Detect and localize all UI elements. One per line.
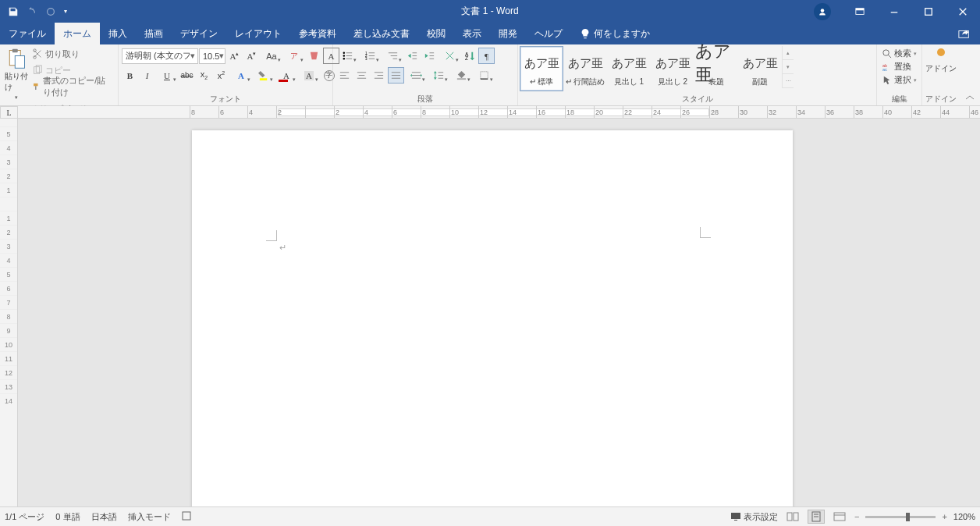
- justify-icon[interactable]: [388, 67, 404, 84]
- select-button[interactable]: 選択▾: [882, 74, 917, 86]
- styles-up-icon[interactable]: ▴: [783, 46, 794, 60]
- tab-developer[interactable]: 開発: [490, 23, 526, 44]
- status-language[interactable]: 日本語: [91, 511, 117, 523]
- redo-icon[interactable]: [42, 3, 59, 20]
- ribbon-display-icon[interactable]: [843, 0, 877, 23]
- format-painter-button[interactable]: 書式のコピー/貼り付け: [30, 79, 115, 94]
- svg-rect-65: [183, 512, 190, 520]
- account-icon: [814, 3, 831, 20]
- svg-rect-14: [259, 78, 266, 80]
- bullets-icon[interactable]: [336, 48, 358, 64]
- font-name-combo[interactable]: 游明朝 (本文のフォン▾: [122, 48, 198, 64]
- group-addins: アドイン アドイン: [922, 44, 960, 105]
- display-settings[interactable]: 表示設定: [730, 511, 778, 523]
- highlight-icon[interactable]: [253, 67, 275, 84]
- style-副題[interactable]: あア亜副題: [738, 46, 782, 91]
- undo-icon[interactable]: [23, 3, 41, 20]
- tab-help[interactable]: ヘルプ: [526, 23, 571, 44]
- status-page[interactable]: 1/1 ページ: [5, 511, 44, 523]
- page[interactable]: ↵: [192, 130, 793, 506]
- tab-references[interactable]: 参考資料: [290, 23, 345, 44]
- horizontal-ruler[interactable]: 8642246810121416182022242628303234363840…: [18, 106, 980, 119]
- distributed-icon[interactable]: [405, 67, 427, 84]
- asian-layout-icon[interactable]: [439, 48, 460, 64]
- status-mode[interactable]: 挿入モード: [128, 511, 171, 523]
- zoom-in-icon[interactable]: +: [942, 512, 946, 521]
- svg-rect-73: [834, 513, 845, 521]
- styles-scroll: ▴ ▾ ⋯: [782, 46, 794, 88]
- line-spacing-icon[interactable]: [428, 67, 449, 84]
- web-layout-icon[interactable]: [831, 510, 848, 524]
- numbering-icon[interactable]: 123: [359, 48, 381, 64]
- style-見出し 2[interactable]: あア亜見出し 2: [651, 46, 694, 91]
- increase-indent-icon[interactable]: [421, 48, 438, 64]
- align-center-icon[interactable]: [353, 67, 370, 84]
- zoom-slider[interactable]: [865, 516, 936, 518]
- strikethrough-icon[interactable]: abc: [179, 67, 195, 84]
- show-marks-icon[interactable]: ¶: [478, 48, 495, 64]
- tab-review[interactable]: 校閲: [418, 23, 454, 44]
- style-表題[interactable]: あア亜表題: [694, 46, 738, 91]
- tab-design[interactable]: デザイン: [172, 23, 226, 44]
- decrease-indent-icon[interactable]: [404, 48, 421, 64]
- tab-home[interactable]: ホーム: [55, 23, 100, 44]
- phonetic-guide-icon[interactable]: ア: [283, 48, 305, 64]
- print-layout-icon[interactable]: [808, 510, 825, 524]
- style-標準[interactable]: あア亜↵ 標準: [520, 46, 563, 91]
- borders-icon[interactable]: [473, 67, 495, 84]
- minimize-icon[interactable]: [877, 0, 911, 23]
- account-button[interactable]: [808, 0, 843, 23]
- align-left-icon[interactable]: [336, 67, 353, 84]
- styles-down-icon[interactable]: ▾: [783, 60, 794, 74]
- zoom-level[interactable]: 120%: [953, 512, 975, 521]
- sort-icon[interactable]: AZ: [461, 48, 478, 64]
- text-effects-icon[interactable]: A: [230, 67, 252, 84]
- italic-icon[interactable]: I: [139, 67, 155, 84]
- share-icon[interactable]: [949, 23, 980, 44]
- style-行間詰め[interactable]: あア亜↵ 行間詰め: [563, 46, 607, 91]
- change-case-icon[interactable]: Aa: [261, 48, 282, 64]
- clear-formatting-icon[interactable]: [306, 48, 322, 64]
- font-color-icon[interactable]: A: [275, 67, 297, 84]
- shading-icon[interactable]: [450, 67, 472, 84]
- align-right-icon[interactable]: [371, 67, 387, 84]
- maximize-icon[interactable]: [911, 0, 946, 23]
- shrink-font-icon[interactable]: A▾: [243, 48, 260, 64]
- collapse-ribbon-icon[interactable]: [960, 44, 980, 105]
- document-area: ↵: [18, 119, 980, 506]
- bold-icon[interactable]: B: [122, 67, 138, 84]
- tab-file[interactable]: ファイル: [0, 23, 55, 44]
- char-shading-icon[interactable]: A: [298, 67, 320, 84]
- grow-font-icon[interactable]: A▴: [226, 48, 243, 64]
- tab-draw[interactable]: 描画: [136, 23, 172, 44]
- save-icon[interactable]: [5, 3, 22, 20]
- vertical-ruler[interactable]: 543211234567891011121314: [0, 119, 18, 506]
- cut-button[interactable]: 切り取り: [30, 46, 115, 62]
- window-title: 文書 1 - Word: [461, 5, 518, 18]
- read-mode-icon[interactable]: [784, 510, 801, 524]
- paste-button[interactable]: 貼り付け ▾: [3, 46, 30, 102]
- replace-button[interactable]: abac置換: [882, 61, 917, 73]
- tab-view[interactable]: 表示: [454, 23, 490, 44]
- qat-customize-icon[interactable]: ▾: [61, 3, 70, 20]
- subscript-icon[interactable]: x2: [196, 67, 212, 84]
- superscript-icon[interactable]: x2: [213, 67, 229, 84]
- addins-button[interactable]: アドイン: [925, 46, 957, 74]
- find-button[interactable]: 検索▾: [882, 48, 917, 59]
- tab-selector[interactable]: L: [0, 106, 18, 119]
- multilevel-list-icon[interactable]: [382, 48, 403, 64]
- zoom-out-icon[interactable]: −: [854, 512, 859, 521]
- tab-insert[interactable]: 挿入: [100, 23, 136, 44]
- font-size-combo[interactable]: 10.5▾: [199, 48, 225, 64]
- status-macro-icon[interactable]: [182, 511, 191, 522]
- styles-more-icon[interactable]: ⋯: [783, 74, 794, 88]
- tab-layout[interactable]: レイアウト: [226, 23, 290, 44]
- tab-mailings[interactable]: 差し込み文書: [345, 23, 418, 44]
- copy-button[interactable]: コピー: [30, 62, 115, 78]
- close-icon[interactable]: [946, 0, 980, 23]
- underline-icon[interactable]: U: [156, 67, 178, 84]
- svg-rect-58: [480, 72, 487, 79]
- status-words[interactable]: 0 単語: [55, 511, 80, 523]
- style-見出し 1[interactable]: あア亜見出し 1: [607, 46, 651, 91]
- tell-me-search[interactable]: 何をしますか: [571, 23, 659, 44]
